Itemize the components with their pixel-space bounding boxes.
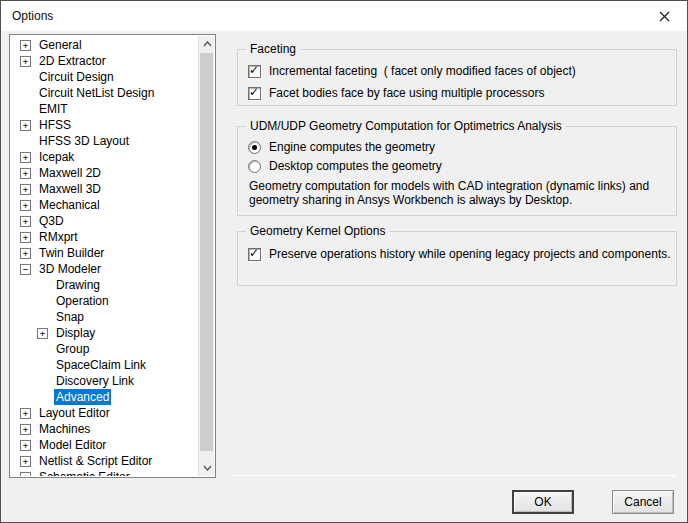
tree-item-advanced[interactable]: Advanced — [10, 389, 198, 405]
tree-item-label[interactable]: Mechanical — [37, 197, 102, 213]
expand-plus-icon[interactable]: + — [20, 120, 31, 131]
tree-item-model-editor[interactable]: +Model Editor — [10, 437, 198, 453]
group-geometry-kernel: Geometry Kernel Options ✓ Preserve opera… — [237, 231, 677, 286]
tree-item-spaceclaim-link[interactable]: SpaceClaim Link — [10, 357, 198, 373]
collapse-minus-icon[interactable]: − — [20, 264, 31, 275]
ok-button[interactable]: OK — [512, 490, 574, 514]
tree-item-3d-modeler[interactable]: −3D Modeler — [10, 261, 198, 277]
tree-item-label[interactable]: EMIT — [37, 101, 70, 117]
tree-item-display[interactable]: +Display — [10, 325, 198, 341]
dialog-title: Options — [12, 9, 53, 23]
expand-plus-icon[interactable]: + — [20, 152, 31, 163]
radio-icon[interactable] — [248, 160, 261, 173]
tree-item-label[interactable]: Maxwell 3D — [37, 181, 103, 197]
tree-item-twin-builder[interactable]: +Twin Builder — [10, 245, 198, 261]
tree-item-hfss[interactable]: +HFSS — [10, 117, 198, 133]
checkbox-icon[interactable]: ✓ — [248, 87, 261, 100]
tree-item-label[interactable]: Circuit Design — [37, 69, 116, 85]
tree-item-layout-editor[interactable]: +Layout Editor — [10, 405, 198, 421]
tree-scrollbar[interactable] — [198, 36, 214, 476]
tree-item-machines[interactable]: +Machines — [10, 421, 198, 437]
tree-item-label[interactable]: Discovery Link — [54, 373, 136, 389]
tree-item-label[interactable]: Q3D — [37, 213, 66, 229]
tree-item-label[interactable]: Icepak — [37, 149, 76, 165]
tree-item-label[interactable]: Layout Editor — [37, 405, 112, 421]
cancel-button[interactable]: Cancel — [612, 490, 674, 514]
tree-item-label[interactable]: Snap — [54, 309, 86, 325]
expand-plus-icon[interactable]: + — [20, 200, 31, 211]
radio-desktop-computes[interactable]: Desktop computes the geometry — [248, 159, 442, 173]
tree-item-general[interactable]: +General — [10, 37, 198, 53]
titlebar[interactable]: Options — [1, 1, 687, 31]
scroll-up-icon[interactable] — [199, 36, 215, 52]
tree-item-maxwell-3d[interactable]: +Maxwell 3D — [10, 181, 198, 197]
tree-item-circuit-netlist-design[interactable]: Circuit NetList Design — [10, 85, 198, 101]
tree-item-label[interactable]: Group — [54, 341, 91, 357]
tree-item-operation[interactable]: Operation — [10, 293, 198, 309]
tree-item-group[interactable]: Group — [10, 341, 198, 357]
expand-plus-icon[interactable]: + — [20, 248, 31, 259]
expand-plus-icon[interactable]: + — [20, 424, 31, 435]
tree-item-2d-extractor[interactable]: +2D Extractor — [10, 53, 198, 69]
tree-item-label[interactable]: Operation — [54, 293, 111, 309]
tree-item-label[interactable]: HFSS 3D Layout — [37, 133, 131, 149]
tree-item-label[interactable]: General — [37, 37, 84, 53]
expand-plus-icon[interactable]: + — [20, 56, 31, 67]
tree-item-emit[interactable]: EMIT — [10, 101, 198, 117]
scroll-down-icon[interactable] — [199, 460, 215, 476]
tree-item-label[interactable]: SpaceClaim Link — [54, 357, 148, 373]
expand-plus-icon[interactable]: + — [20, 184, 31, 195]
expand-plus-icon[interactable]: + — [20, 216, 31, 227]
tree-item-schematic-editor[interactable]: +Schematic Editor — [10, 469, 198, 476]
tree-item-icepak[interactable]: +Icepak — [10, 149, 198, 165]
scrollbar-thumb[interactable] — [200, 53, 213, 451]
checkbox-facet-bodies[interactable]: ✓ Facet bodies face by face using multip… — [248, 86, 544, 100]
expand-plus-icon[interactable]: + — [20, 440, 31, 451]
group-kernel-title: Geometry Kernel Options — [246, 224, 389, 238]
tree-item-label[interactable]: Schematic Editor — [37, 469, 132, 476]
expand-plus-icon[interactable]: + — [20, 40, 31, 51]
radio-icon[interactable] — [248, 141, 261, 154]
cancel-button-label: Cancel — [624, 495, 661, 509]
expand-plus-icon[interactable]: + — [37, 328, 48, 339]
tree-item-circuit-design[interactable]: Circuit Design — [10, 69, 198, 85]
tree-item-label[interactable]: Twin Builder — [37, 245, 106, 261]
tree-item-netlist-script-editor[interactable]: +Netlist & Script Editor — [10, 453, 198, 469]
category-tree[interactable]: +General+2D ExtractorCircuit DesignCircu… — [9, 34, 216, 478]
tree-item-label[interactable]: Circuit NetList Design — [37, 85, 156, 101]
tree-item-hfss-3d-layout[interactable]: HFSS 3D Layout — [10, 133, 198, 149]
tree-item-label[interactable]: Display — [54, 325, 97, 341]
tree-item-drawing[interactable]: Drawing — [10, 277, 198, 293]
checkbox-icon[interactable]: ✓ — [248, 65, 261, 78]
tree-item-label[interactable]: 3D Modeler — [37, 261, 103, 277]
expand-plus-icon[interactable]: + — [20, 408, 31, 419]
bottom-separator — [233, 475, 677, 476]
tree-item-label[interactable]: Maxwell 2D — [37, 165, 103, 181]
tree-item-mechanical[interactable]: +Mechanical — [10, 197, 198, 213]
tree-item-rmxprt[interactable]: +RMxprt — [10, 229, 198, 245]
tree-item-label[interactable]: Drawing — [54, 277, 102, 293]
checkbox-icon[interactable]: ✓ — [248, 248, 261, 261]
tree-item-q3d[interactable]: +Q3D — [10, 213, 198, 229]
tree-item-label[interactable]: Machines — [37, 421, 92, 437]
tree-item-label[interactable]: Model Editor — [37, 437, 108, 453]
tree-item-label[interactable]: 2D Extractor — [37, 53, 108, 69]
expand-plus-icon[interactable]: + — [20, 232, 31, 243]
expand-plus-icon[interactable]: + — [20, 456, 31, 467]
tree-item-label[interactable]: Advanced — [54, 389, 111, 405]
tree-item-label[interactable]: RMxprt — [37, 229, 80, 245]
expand-plus-icon[interactable]: + — [20, 472, 31, 477]
tree-item-discovery-link[interactable]: Discovery Link — [10, 373, 198, 389]
tree-item-label[interactable]: Netlist & Script Editor — [37, 453, 154, 469]
tree-item-snap[interactable]: Snap — [10, 309, 198, 325]
tree-item-maxwell-2d[interactable]: +Maxwell 2D — [10, 165, 198, 181]
checkbox-preserve-history[interactable]: ✓ Preserve operations history while open… — [248, 247, 671, 261]
radio-label: Engine computes the geometry — [269, 140, 435, 154]
tree-item-label[interactable]: HFSS — [37, 117, 73, 133]
close-button[interactable] — [641, 1, 687, 31]
expand-plus-icon[interactable]: + — [20, 168, 31, 179]
radio-engine-computes[interactable]: Engine computes the geometry — [248, 140, 435, 154]
checkmark-icon: ✓ — [249, 246, 259, 260]
udm-note-text: Geometry computation for models with CAD… — [249, 179, 677, 207]
checkbox-incremental-faceting[interactable]: ✓ Incremental faceting ( facet only modi… — [248, 64, 576, 78]
